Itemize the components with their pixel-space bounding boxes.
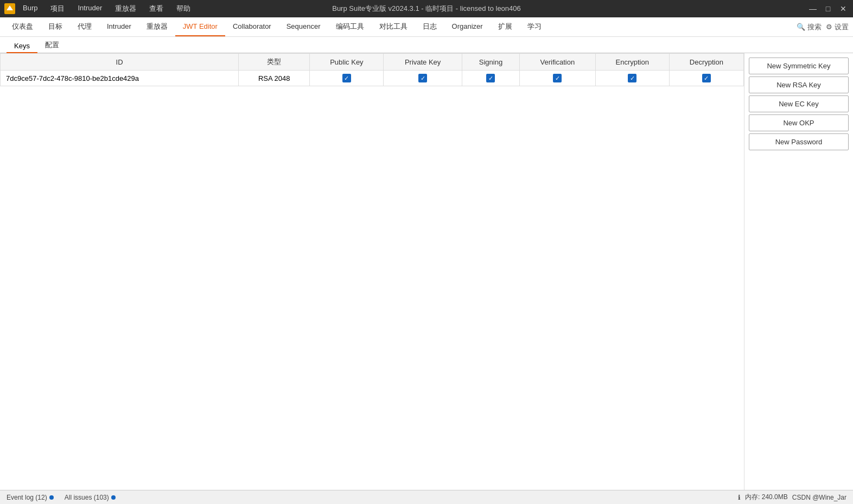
tab-collaborator[interactable]: Collaborator xyxy=(225,17,279,36)
menu-bar: Burp 项目 Intruder 重放器 查看 帮助 xyxy=(21,3,193,15)
tab-learn[interactable]: 学习 xyxy=(520,17,549,36)
status-bar: Event log (12) All issues (103) ℹ 内存: 24… xyxy=(0,490,853,504)
all-issues-label[interactable]: All issues (103) xyxy=(65,494,116,501)
svg-marker-0 xyxy=(7,5,13,10)
cell-decryption: ✓ xyxy=(669,71,743,86)
close-button[interactable]: ✕ xyxy=(838,3,849,14)
col-id: ID xyxy=(1,54,239,71)
maximize-button[interactable]: □ xyxy=(823,3,833,14)
sub-tab-config[interactable]: 配置 xyxy=(37,38,67,53)
nav-tabs-list: 仪表盘 目标 代理 Intruder 重放器 JWT Editor Collab… xyxy=(4,17,549,36)
settings-link[interactable]: ⚙ 设置 xyxy=(826,22,849,32)
col-decryption: Decryption xyxy=(669,54,743,71)
title-bar: Burp 项目 Intruder 重放器 查看 帮助 Burp Suite专业版… xyxy=(0,0,853,17)
cell-private-key: ✓ xyxy=(384,71,462,86)
nav-tabs: 仪表盘 目标 代理 Intruder 重放器 JWT Editor Collab… xyxy=(0,17,853,37)
menu-view[interactable]: 查看 xyxy=(147,3,165,15)
window-controls: — □ ✕ xyxy=(807,3,849,14)
col-signing: Signing xyxy=(462,54,519,71)
cell-signing: ✓ xyxy=(462,71,519,86)
col-type: 类型 xyxy=(239,54,310,71)
sub-tab-keys[interactable]: Keys xyxy=(7,40,37,53)
search-icon: 🔍 xyxy=(797,23,805,31)
menu-project[interactable]: 项目 xyxy=(48,3,67,15)
nav-tabs-right: 🔍 搜索 ⚙ 设置 xyxy=(797,22,849,32)
event-log-label[interactable]: Event log (12) xyxy=(7,494,54,501)
decryption-checkbox: ✓ xyxy=(702,74,711,82)
title-bar-left: Burp 项目 Intruder 重放器 查看 帮助 xyxy=(4,3,193,15)
tab-target[interactable]: 目标 xyxy=(41,17,70,36)
col-encryption: Encryption xyxy=(595,54,669,71)
encryption-checkbox: ✓ xyxy=(628,74,636,82)
new-rsa-key-button[interactable]: New RSA Key xyxy=(749,76,849,93)
cell-verification: ✓ xyxy=(520,71,596,86)
status-left: Event log (12) All issues (103) xyxy=(7,494,116,501)
event-log-dot xyxy=(49,495,54,500)
private-key-checkbox: ✓ xyxy=(418,74,427,82)
public-key-checkbox: ✓ xyxy=(342,74,351,82)
verification-checkbox: ✓ xyxy=(553,74,562,82)
sub-tabs: Keys 配置 xyxy=(0,37,853,53)
tab-intruder[interactable]: Intruder xyxy=(99,17,139,36)
status-right: ℹ 内存: 240.0MB CSDN @Wine_Jar xyxy=(738,493,846,502)
minimize-button[interactable]: — xyxy=(807,3,818,14)
settings-icon: ⚙ xyxy=(826,23,832,31)
new-okp-button[interactable]: New OKP xyxy=(749,114,849,131)
table-row[interactable]: 7dc9ce57-7dc2-478c-9810-be2b1cde429a RSA… xyxy=(1,71,744,86)
tab-proxy[interactable]: 代理 xyxy=(70,17,99,36)
settings-label[interactable]: 设置 xyxy=(835,22,849,32)
tab-extensions[interactable]: 扩展 xyxy=(491,17,520,36)
new-password-button[interactable]: New Password xyxy=(749,133,849,150)
tab-encoder[interactable]: 编码工具 xyxy=(328,17,372,36)
search-label[interactable]: 搜索 xyxy=(807,22,822,32)
col-private-key: Private Key xyxy=(384,54,462,71)
right-panel: New Symmetric Key New RSA Key New EC Key… xyxy=(744,53,853,490)
search-box[interactable]: 🔍 搜索 xyxy=(797,22,822,32)
tab-jwt-editor[interactable]: JWT Editor xyxy=(175,17,225,36)
col-verification: Verification xyxy=(520,54,596,71)
burp-logo xyxy=(4,3,15,14)
app-title: Burp Suite专业版 v2024.3.1 - 临时项目 - license… xyxy=(332,4,521,14)
menu-repeater[interactable]: 重放器 xyxy=(113,3,138,15)
menu-help[interactable]: 帮助 xyxy=(174,3,193,15)
tab-sequencer[interactable]: Sequencer xyxy=(279,17,328,36)
tab-logger[interactable]: 日志 xyxy=(415,17,444,36)
keys-table: ID 类型 Public Key Private Key Signing Ver… xyxy=(0,53,744,86)
menu-burp[interactable]: Burp xyxy=(21,3,40,15)
signing-checkbox: ✓ xyxy=(486,74,495,82)
cell-public-key: ✓ xyxy=(310,71,384,86)
main-content: ID 类型 Public Key Private Key Signing Ver… xyxy=(0,53,853,490)
user-label: CSDN @Wine_Jar xyxy=(792,494,846,501)
tab-comparer[interactable]: 对比工具 xyxy=(372,17,415,36)
col-public-key: Public Key xyxy=(310,54,384,71)
cell-type: RSA 2048 xyxy=(239,71,310,86)
new-symmetric-key-button[interactable]: New Symmetric Key xyxy=(749,58,849,74)
memory-label: 内存: 240.0MB xyxy=(745,493,788,502)
tab-organizer[interactable]: Organizer xyxy=(444,17,491,36)
new-ec-key-button[interactable]: New EC Key xyxy=(749,95,849,112)
cell-id: 7dc9ce57-7dc2-478c-9810-be2b1cde429a xyxy=(1,71,239,86)
all-issues-dot xyxy=(111,495,116,500)
tab-repeater[interactable]: 重放器 xyxy=(139,17,175,36)
info-icon: ℹ xyxy=(738,494,741,501)
tab-dashboard[interactable]: 仪表盘 xyxy=(4,17,41,36)
table-area: ID 类型 Public Key Private Key Signing Ver… xyxy=(0,53,744,490)
menu-intruder[interactable]: Intruder xyxy=(75,3,104,15)
cell-encryption: ✓ xyxy=(595,71,669,86)
